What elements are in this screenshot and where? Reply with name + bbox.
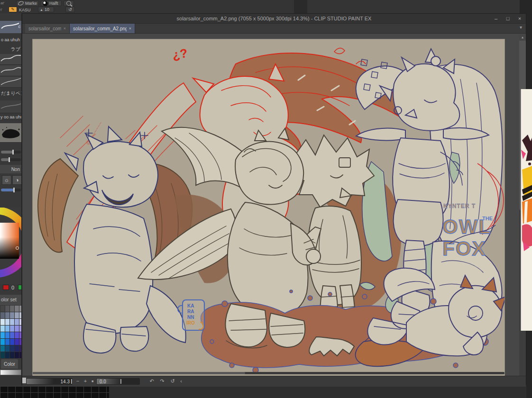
- gradient-preview-bar[interactable]: [0, 370, 21, 375]
- color-swatch[interactable]: [5, 306, 9, 312]
- color-swatch[interactable]: [15, 312, 19, 318]
- pen-tool-button[interactable]: ✎: [9, 7, 17, 12]
- stabilize-slider[interactable]: [1, 189, 21, 191]
- document-tabbar: solarsailor_comm × solarsailor_comm_A2.p…: [22, 24, 526, 34]
- rotation-slider-handle[interactable]: [120, 379, 121, 384]
- tab-color[interactable]: Color: [1, 359, 18, 369]
- color-swatch[interactable]: [15, 339, 19, 345]
- canvas-viewport: ¿? @~~~~~~~: [22, 34, 526, 376]
- color-swatch[interactable]: [10, 312, 14, 318]
- background-window-sliver[interactable]: [521, 89, 532, 331]
- halftone-tool-button[interactable]: Halft: [41, 0, 62, 6]
- color-swatch[interactable]: [10, 345, 14, 352]
- arrow-up-icon: ▲: [40, 8, 43, 11]
- color-swatch[interactable]: [10, 352, 14, 358]
- color-swatch[interactable]: [10, 332, 14, 338]
- horizontal-scrollbar[interactable]: [33, 372, 504, 374]
- color-swatch[interactable]: [0, 352, 5, 358]
- color-swatch[interactable]: [15, 319, 19, 325]
- color-swatch[interactable]: [15, 352, 19, 358]
- minimize-button[interactable]: –: [493, 16, 499, 21]
- brush-preview-item[interactable]: [0, 100, 21, 113]
- half-circle-icon: ◑: [15, 177, 18, 183]
- color-swatch[interactable]: [0, 345, 5, 352]
- maximize-button[interactable]: □: [504, 16, 511, 21]
- background-artwork: [521, 89, 532, 331]
- window-titlebar[interactable]: solarsailor_comm_A2.png (7055 x 5000px 3…: [22, 14, 526, 24]
- swatch-grid-panel[interactable]: [0, 386, 109, 398]
- color-swatch[interactable]: [15, 345, 19, 352]
- document-window: solarsailor_comm_A2.png (7055 x 5000px 3…: [22, 13, 526, 385]
- color-swatch[interactable]: [5, 339, 9, 345]
- color-swatch[interactable]: [10, 319, 14, 325]
- brush-preview-item[interactable]: [0, 54, 21, 65]
- zoom-slider-handle[interactable]: [71, 379, 72, 384]
- color-swatch[interactable]: [5, 326, 9, 332]
- brush-preview-item[interactable]: [0, 65, 21, 76]
- color-swatch[interactable]: [15, 332, 19, 338]
- toolbar-fragment: t': [0, 8, 2, 12]
- zoom-slider[interactable]: 14.3: [26, 378, 73, 385]
- zoom-in-button[interactable]: +: [82, 378, 89, 385]
- search-button[interactable]: [64, 0, 74, 6]
- color-swatch[interactable]: [15, 306, 19, 312]
- background-swatch[interactable]: [18, 285, 22, 290]
- halftone-icon: [43, 1, 48, 6]
- color-swatch[interactable]: [0, 339, 5, 345]
- brush-size-slider[interactable]: [1, 151, 21, 154]
- tab-close-icon[interactable]: ×: [64, 26, 66, 31]
- color-swatch[interactable]: [0, 306, 5, 312]
- rotate-view-button[interactable]: ↺: [65, 7, 75, 12]
- rotate-cw-icon[interactable]: ↷: [159, 378, 165, 385]
- color-swatch[interactable]: [5, 319, 9, 325]
- color-swatch[interactable]: [5, 352, 9, 358]
- color-picker-dot[interactable]: [16, 246, 19, 250]
- color-swatch[interactable]: [0, 332, 5, 338]
- color-swatch[interactable]: [0, 326, 5, 332]
- scrollbar-corner: [22, 378, 26, 383]
- subtool-fragment: c: [18, 24, 21, 29]
- question-marks: ¿?: [172, 46, 189, 62]
- stamp-line: NN: [187, 315, 194, 320]
- rotation-slider[interactable]: 0.0: [96, 378, 140, 385]
- color-wheel-panel[interactable]: [0, 208, 22, 284]
- canvas[interactable]: ¿? @~~~~~~~: [33, 39, 504, 376]
- texture-tool-button[interactable]: ☼: [2, 175, 11, 185]
- stamp-line: KA: [187, 303, 194, 308]
- actual-size-icon[interactable]: ■: [89, 378, 96, 385]
- rotate-ccw-icon[interactable]: ↶: [148, 378, 155, 385]
- color-set-grid: [0, 306, 22, 358]
- tab-close-icon[interactable]: ×: [129, 26, 131, 31]
- size-step-button[interactable]: ▲ 10: [38, 7, 54, 12]
- color-swatch[interactable]: [10, 326, 14, 332]
- subtool-group-label: o aa uhuh: [0, 37, 22, 42]
- scroll-up-icon[interactable]: ▴: [519, 34, 526, 40]
- halfcircle-tool-button[interactable]: ◑: [12, 175, 22, 185]
- tab-document-1[interactable]: solarsailor_comm ×: [25, 24, 70, 33]
- saturation-value-square[interactable]: [0, 223, 19, 259]
- color-swatch[interactable]: [0, 319, 5, 325]
- opacity-slider[interactable]: [1, 158, 21, 161]
- close-button[interactable]: ×: [516, 16, 523, 21]
- left-dock: c o aa uhuh ラブ だまりペン ノ y oo aa uhuh Non …: [0, 13, 22, 386]
- brush-preview-item[interactable]: [0, 123, 21, 143]
- collapse-icon[interactable]: ‹: [178, 378, 184, 385]
- color-swatch[interactable]: [5, 332, 9, 338]
- color-swatch[interactable]: [10, 306, 14, 312]
- color-swatch[interactable]: [0, 312, 5, 318]
- zoom-out-button[interactable]: −: [74, 378, 81, 385]
- foreground-swatch[interactable]: [3, 285, 9, 290]
- horizontal-scrollbar-thumb[interactable]: [33, 372, 245, 374]
- reset-rotation-icon[interactable]: ↺: [169, 378, 176, 385]
- color-swatch[interactable]: [10, 339, 14, 345]
- tab-document-2[interactable]: solarsailor_comm_A2.png ×: [70, 24, 135, 33]
- rotation-value: 0.0: [100, 379, 106, 384]
- color-swatch[interactable]: [5, 345, 9, 352]
- tab-list-chevron-icon[interactable]: ▾: [520, 25, 522, 30]
- color-swatch[interactable]: [5, 312, 9, 318]
- blend-mode-dropdown[interactable]: Non: [0, 165, 21, 173]
- color-swatch[interactable]: [15, 326, 19, 332]
- marker-tool-button[interactable]: Marke: [16, 0, 39, 6]
- brush-preview-item[interactable]: [0, 77, 21, 88]
- subtool-selected-row[interactable]: c: [0, 21, 21, 33]
